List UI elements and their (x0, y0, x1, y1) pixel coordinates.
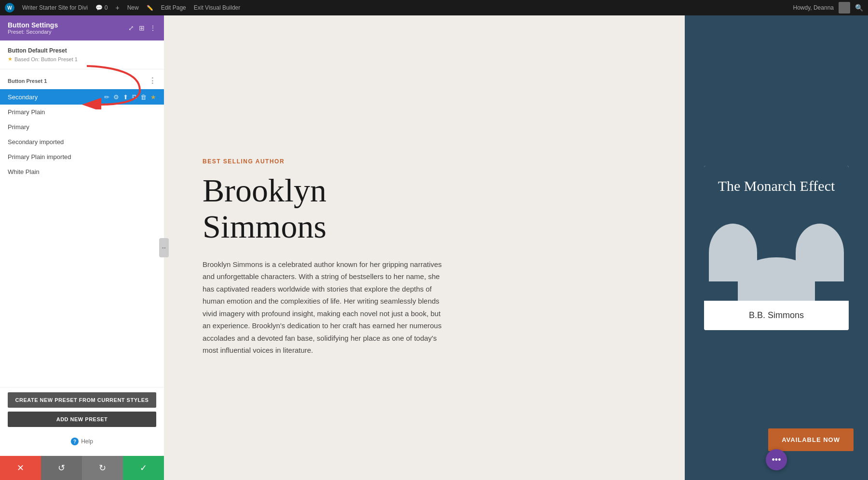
book-decorative-shapes (704, 224, 849, 301)
content-left: BEST SELLING AUTHOR Brooklyn Simmons Bro… (164, 15, 685, 480)
panel-header: Button Settings Preset: Secondary ⤢ ⊞ ⋮ (0, 15, 164, 40)
save-button[interactable]: ✓ (123, 456, 164, 480)
main-layout: Button Settings Preset: Secondary ⤢ ⊞ ⋮ … (0, 0, 868, 480)
undo-icon: ↺ (58, 463, 65, 473)
create-preset-button[interactable]: CREATE NEW PRESET FROM CURRENT STYLES (8, 392, 156, 408)
content-right: The Monarch Effect B.B. Simmons (685, 15, 868, 480)
preset-group-name: Button Preset 1 (8, 78, 47, 84)
book-title: The Monarch Effect (718, 177, 835, 195)
add-preset-button[interactable]: ADD NEW PRESET (8, 412, 156, 427)
preset-label-secondary: Secondary (8, 93, 104, 101)
site-name: Writer Starter Site for Divi (22, 4, 88, 11)
author-name-line1: Brooklyn (203, 172, 326, 209)
redo-icon: ↻ (99, 463, 106, 473)
new-link[interactable]: New (127, 4, 139, 11)
preset-group-more-icon[interactable]: ⋮ (149, 76, 156, 85)
book-author-name: B.B. Simmons (749, 310, 804, 320)
panel-preset-label[interactable]: Preset: Secondary (8, 29, 58, 35)
search-icon[interactable]: 🔍 (855, 4, 863, 12)
preset-group: Button Preset 1 ⋮ Secondary ✏ ⚙ ⬆ ⧉ 🗑 ★ (0, 69, 164, 184)
help-label: Help (81, 438, 93, 445)
help-icon: ? (71, 438, 79, 445)
preset-item-white-plain[interactable]: White Plain (0, 164, 164, 179)
nav-right-section: Howdy, Deanna 🔍 (793, 2, 864, 13)
book-card: The Monarch Effect B.B. Simmons (704, 166, 849, 330)
comment-section: 💬 0 (95, 4, 108, 11)
grid-icon[interactable]: ⊞ (139, 24, 145, 32)
default-preset-name: Button Default Preset (8, 47, 156, 54)
copy-icon[interactable]: ⧉ (132, 93, 136, 101)
based-on-text: Based On: Button Preset 1 (14, 56, 78, 62)
main-content: BEST SELLING AUTHOR Brooklyn Simmons Bro… (164, 15, 868, 480)
shape-container (704, 224, 849, 301)
resize-handle[interactable]: ↔ (159, 238, 169, 257)
cancel-button[interactable]: ✕ (0, 456, 41, 480)
edit-page-link[interactable]: Edit Page (161, 4, 186, 11)
shape-bottom (738, 257, 815, 301)
fullscreen-icon[interactable]: ⤢ (128, 24, 134, 32)
redo-button[interactable]: ↻ (82, 456, 123, 480)
bottom-toolbar: ✕ ↺ ↻ ✓ (0, 456, 164, 480)
available-now-button[interactable]: AVAILABLE NOW (768, 428, 854, 451)
cancel-icon: ✕ (17, 463, 24, 473)
preset-label-primary-plain-imported: Primary Plain imported (8, 153, 156, 160)
star-icon: ★ (8, 56, 13, 62)
edit-icon[interactable]: ✏ (104, 93, 109, 101)
preset-label-white-plain: White Plain (8, 168, 156, 175)
more-options-icon[interactable]: ⋮ (149, 24, 156, 32)
upload-icon[interactable]: ⬆ (123, 93, 128, 101)
left-panel: Button Settings Preset: Secondary ⤢ ⊞ ⋮ … (0, 15, 164, 480)
preset-group-label: Button Preset 1 ⋮ (0, 74, 164, 89)
plus-icon: + (116, 4, 120, 12)
default-preset-section: Button Default Preset ★ Based On: Button… (0, 40, 164, 69)
preset-label-primary-plain: Primary Plain (8, 108, 156, 116)
save-icon: ✓ (140, 463, 147, 473)
author-bio: Brooklyn Simmons is a celebrated author … (203, 258, 444, 357)
top-navbar: W Writer Starter Site for Divi 💬 0 + New… (0, 0, 868, 15)
exit-builder-link[interactable]: Exit Visual Builder (194, 4, 241, 11)
settings-icon[interactable]: ⚙ (113, 93, 119, 101)
user-avatar[interactable] (839, 2, 850, 13)
book-bottom: B.B. Simmons (704, 301, 849, 330)
pencil-icon: ✏️ (147, 5, 153, 11)
help-section[interactable]: ? Help (0, 432, 164, 451)
comment-icon: 💬 (95, 4, 103, 11)
preset-item-secondary[interactable]: Secondary ✏ ⚙ ⬆ ⧉ 🗑 ★ (0, 89, 164, 105)
fab-button[interactable]: ••• (766, 449, 787, 470)
author-name: Brooklyn Simmons (203, 173, 656, 245)
panel-buttons: CREATE NEW PRESET FROM CURRENT STYLES AD… (0, 387, 164, 432)
book-cover: The Monarch Effect (704, 166, 849, 301)
preset-item-primary-plain[interactable]: Primary Plain (0, 105, 164, 120)
panel-title-group: Button Settings Preset: Secondary (8, 21, 58, 35)
delete-icon[interactable]: 🗑 (140, 93, 147, 101)
preset-item-secondary-imported[interactable]: Secondary imported (0, 134, 164, 149)
preset-label-primary: Primary (8, 123, 156, 131)
best-selling-label: BEST SELLING AUTHOR (203, 158, 656, 165)
fab-dots-icon: ••• (772, 455, 781, 465)
preset-item-primary[interactable]: Primary (0, 120, 164, 134)
default-preset-based-on: ★ Based On: Button Preset 1 (8, 56, 156, 62)
preset-label-secondary-imported: Secondary imported (8, 138, 156, 146)
preset-secondary-actions: ✏ ⚙ ⬆ ⧉ 🗑 ★ (104, 93, 156, 101)
panel-body: Button Default Preset ★ Based On: Button… (0, 40, 164, 480)
panel-title: Button Settings (8, 21, 58, 29)
panel-header-icons: ⤢ ⊞ ⋮ (128, 24, 156, 32)
page-section: BEST SELLING AUTHOR Brooklyn Simmons Bro… (164, 15, 868, 480)
howdy-text: Howdy, Deanna (793, 4, 834, 11)
author-name-line2: Simmons (203, 208, 326, 245)
wp-logo-icon[interactable]: W (5, 3, 14, 13)
preset-item-primary-plain-imported[interactable]: Primary Plain imported (0, 149, 164, 164)
undo-button[interactable]: ↺ (41, 456, 82, 480)
star-filled-icon[interactable]: ★ (150, 93, 156, 101)
comment-count: 0 (105, 4, 108, 11)
